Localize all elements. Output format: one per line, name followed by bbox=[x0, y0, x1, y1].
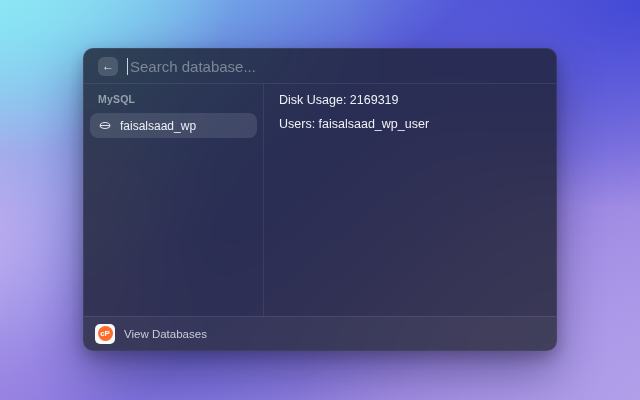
database-icon bbox=[98, 119, 112, 132]
desktop-background: ← MySQL faisalsaad_wp bbox=[0, 0, 640, 400]
database-search-window: ← MySQL faisalsaad_wp bbox=[83, 48, 557, 351]
cpanel-icon: cP bbox=[95, 324, 115, 344]
search-input[interactable] bbox=[128, 58, 542, 75]
back-arrow-icon: ← bbox=[102, 60, 114, 72]
disk-usage-text: Disk Usage: 2169319 bbox=[279, 94, 541, 107]
footer-bar: cP View Databases bbox=[84, 316, 556, 350]
footer-action-label: View Databases bbox=[124, 328, 207, 340]
results-sidebar: MySQL faisalsaad_wp bbox=[84, 84, 264, 316]
cpanel-logo-circle: cP bbox=[98, 326, 113, 341]
view-databases-action[interactable]: cP View Databases bbox=[95, 324, 207, 344]
list-item-database[interactable]: faisalsaad_wp bbox=[90, 113, 257, 138]
database-name: faisalsaad_wp bbox=[120, 119, 196, 133]
users-text: Users: faisalsaad_wp_user bbox=[279, 118, 541, 131]
detail-panel: Disk Usage: 2169319 Users: faisalsaad_wp… bbox=[264, 84, 556, 316]
back-button[interactable]: ← bbox=[98, 57, 118, 76]
cpanel-logo-text: cP bbox=[100, 329, 109, 338]
search-bar: ← bbox=[84, 49, 556, 84]
section-label-mysql: MySQL bbox=[98, 93, 257, 105]
content-area: MySQL faisalsaad_wp Disk Usage: 2169319 … bbox=[84, 84, 556, 316]
